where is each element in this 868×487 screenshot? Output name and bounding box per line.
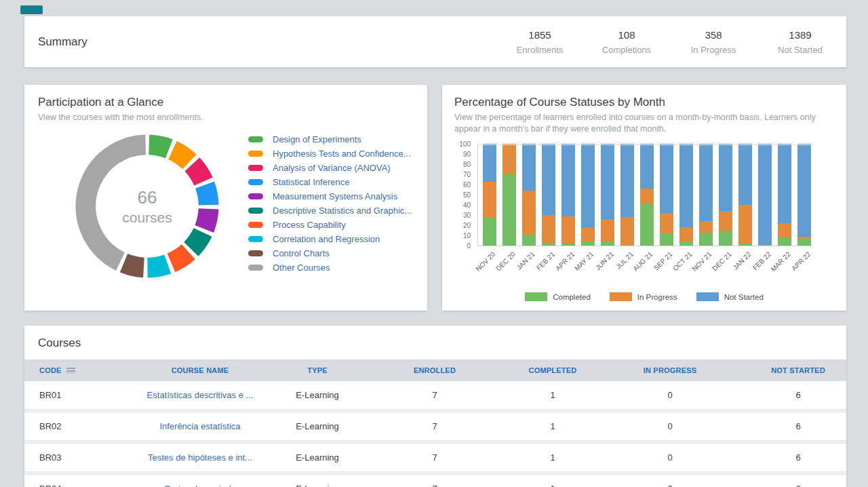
- bar-apr-21[interactable]: [561, 144, 575, 246]
- table-row[interactable]: BR01Estatísticas descritivas e ...E-Lear…: [24, 381, 846, 409]
- y-axis-labels: 1009080706050403020100: [454, 144, 473, 246]
- bar-legend-item[interactable]: Not Started: [696, 292, 764, 301]
- bar-segment-in-progress: [699, 221, 713, 233]
- bar-segment-not-started: [719, 144, 732, 211]
- bar-feb-22[interactable]: [758, 144, 772, 246]
- bar-segment-not-started: [522, 144, 536, 191]
- table-row[interactable]: BR03Testes de hipóteses e int...E-Learni…: [24, 444, 846, 471]
- bar-segment-in-progress: [502, 144, 516, 174]
- legend-item-3[interactable]: Analysis of Variance (ANOVA): [248, 161, 412, 175]
- summary-title: Summary: [24, 35, 509, 49]
- stat-value: 1855: [509, 29, 571, 41]
- bar-segment-completed: [502, 174, 516, 246]
- bar-dec-20[interactable]: [502, 144, 516, 246]
- column-header-in-progress[interactable]: IN PROGRESS: [590, 366, 750, 374]
- bar-aug-21[interactable]: [640, 144, 654, 246]
- cell-name[interactable]: Inferência estatística: [119, 421, 281, 431]
- legend-item-8[interactable]: Correlation and Regression: [248, 232, 412, 246]
- cell-name[interactable]: Estatísticas descritivas e ...: [119, 390, 281, 400]
- column-header-label: COMPLETED: [529, 366, 577, 374]
- legend-item-9[interactable]: Control Charts: [248, 246, 412, 260]
- cell-not_started: 6: [750, 421, 846, 431]
- bar-segment-not-started: [778, 144, 791, 223]
- legend-swatch-icon: [248, 179, 263, 185]
- stat-label: In Progress: [682, 45, 745, 55]
- bar-segment-in-progress: [522, 191, 536, 235]
- sort-descending-icon[interactable]: [66, 368, 75, 374]
- bar-legend-swatch-icon: [525, 292, 547, 301]
- summary-stat: 1389Not Started: [769, 29, 831, 55]
- bar-apr-22[interactable]: [797, 144, 811, 246]
- y-tick-label: 60: [463, 181, 471, 189]
- bar-segment-completed: [581, 241, 595, 246]
- legend-item-7[interactable]: Process Capability: [248, 218, 412, 232]
- bar-segment-in-progress: [679, 227, 693, 241]
- summary-stat: 358In Progress: [682, 29, 745, 55]
- bar-segment-not-started: [483, 144, 496, 182]
- legend-swatch-icon: [248, 151, 263, 157]
- bar-legend-item[interactable]: In Progress: [610, 292, 677, 301]
- bar-sep-21[interactable]: [660, 144, 673, 246]
- participation-title: Participation at a Glance: [38, 96, 414, 109]
- bar-segment-completed: [660, 233, 673, 246]
- column-header-label: TYPE: [307, 366, 328, 374]
- participation-card: Participation at a Glance View the cours…: [24, 85, 427, 311]
- bar-jul-21[interactable]: [620, 144, 634, 246]
- bar-segment-in-progress: [778, 223, 791, 237]
- cell-name[interactable]: Cartas de controle: [119, 484, 281, 487]
- column-header-enrolled[interactable]: ENROLLED: [354, 366, 515, 374]
- courses-card: Courses CODECOURSE NAMETYPEENROLLEDCOMPL…: [24, 326, 846, 487]
- summary-stat: 1855Enrollments: [509, 29, 571, 55]
- legend-item-label: Other Courses: [273, 262, 330, 273]
- bar-segment-in-progress: [581, 227, 595, 241]
- table-header-row: CODECOURSE NAMETYPEENROLLEDCOMPLETEDIN P…: [24, 359, 846, 381]
- gridline-100: [478, 144, 812, 145]
- bar-legend-swatch-icon: [610, 292, 632, 301]
- bar-segment-not-started: [738, 144, 752, 205]
- legend-item-10[interactable]: Other Courses: [248, 260, 412, 275]
- summary-card: Summary 1855Enrollments108Completions358…: [24, 16, 846, 67]
- column-header-label: IN PROGRESS: [644, 366, 697, 374]
- y-tick-label: 80: [463, 161, 471, 168]
- column-header-type[interactable]: TYPE: [281, 366, 354, 374]
- column-header-completed[interactable]: COMPLETED: [515, 366, 590, 374]
- bar-legend-item[interactable]: Completed: [525, 292, 591, 301]
- bar-segment-not-started: [542, 144, 555, 215]
- bar-jun-21[interactable]: [601, 144, 614, 246]
- plot-area: [477, 144, 812, 246]
- cell-completed: 1: [515, 484, 590, 487]
- legend-item-6[interactable]: Descriptive Statistics and Graphic...: [248, 203, 412, 218]
- stat-label: Completions: [595, 45, 658, 55]
- bar-mar-22[interactable]: [778, 144, 791, 246]
- legend-item-1[interactable]: Design of Experiments: [248, 132, 412, 147]
- bar-dec-21[interactable]: [719, 144, 732, 246]
- legend-item-5[interactable]: Measurement Systems Analysis: [248, 189, 412, 203]
- legend-swatch-icon: [248, 222, 263, 228]
- bar-segment-in-progress: [660, 213, 673, 233]
- bar-segment-completed: [778, 237, 791, 246]
- bar-nov-20[interactable]: [483, 144, 496, 246]
- bar-may-21[interactable]: [581, 144, 595, 246]
- x-tick-label: FEB 21: [534, 250, 555, 271]
- cell-completed: 1: [515, 452, 590, 463]
- legend-item-4[interactable]: Statistical Inference: [248, 175, 412, 189]
- bar-segment-in-progress: [640, 189, 654, 204]
- x-tick-label: NOV 20: [475, 250, 497, 273]
- x-tick-label: AUG 21: [632, 250, 654, 273]
- legend-item-2[interactable]: Hypothesis Tests and Confidence...: [248, 147, 412, 161]
- bar-jan-22[interactable]: [738, 144, 752, 246]
- column-header-course-name[interactable]: COURSE NAME: [119, 366, 281, 374]
- column-header-not-started[interactable]: NOT STARTED: [750, 366, 846, 374]
- legend-swatch-icon: [248, 208, 263, 214]
- x-tick-label: DEC 21: [711, 250, 733, 273]
- bar-nov-21[interactable]: [699, 144, 713, 246]
- statuses-title: Percentage of Course Statuses by Month: [454, 96, 834, 109]
- statuses-subtitle: View the percentage of learners enrolled…: [454, 112, 835, 135]
- bar-jan-21[interactable]: [522, 144, 536, 246]
- cell-name[interactable]: Testes de hipóteses e int...: [119, 452, 281, 463]
- table-row[interactable]: BR04Cartas de controleE-Learning7106: [24, 475, 846, 487]
- bar-feb-21[interactable]: [542, 144, 555, 246]
- column-header-code[interactable]: CODE: [24, 366, 119, 374]
- table-row[interactable]: BR02Inferência estatísticaE-Learning7106: [24, 412, 846, 440]
- bar-oct-21[interactable]: [679, 144, 693, 246]
